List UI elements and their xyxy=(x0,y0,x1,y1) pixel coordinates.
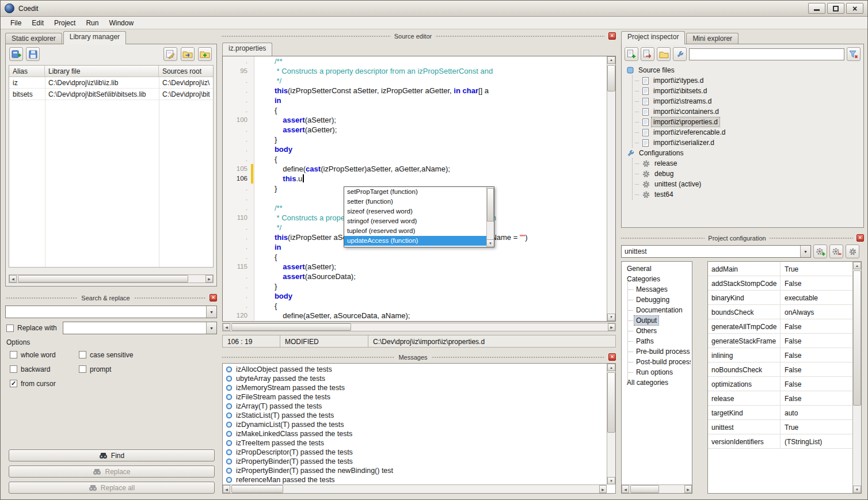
tree-item-debug[interactable]: debug xyxy=(633,169,861,179)
property-row-versionidentifiers[interactable]: versionIdentifiers(TStringList) xyxy=(708,434,852,449)
code-line[interactable]: . */ xyxy=(223,76,607,86)
menu-edit[interactable]: Edit xyxy=(26,17,49,29)
scroll-right-icon[interactable]: ▶ xyxy=(608,323,615,331)
save-library-list-button[interactable] xyxy=(26,47,40,61)
scroll-thumb[interactable] xyxy=(607,65,615,91)
tab-project-inspector[interactable]: Project inspector xyxy=(621,31,685,44)
property-row-release[interactable]: releaseFalse xyxy=(708,391,852,406)
find-button[interactable]: Find xyxy=(9,449,215,461)
completion-item[interactable]: setPropTarget (function) xyxy=(344,187,486,197)
menu-project[interactable]: Project xyxy=(49,17,81,29)
scroll-track[interactable] xyxy=(607,64,615,314)
tab-iz-properties[interactable]: iz.properties xyxy=(222,43,272,56)
message-item[interactable]: izStaticList(T) passed the tests xyxy=(224,411,606,420)
code-line[interactable]: . in xyxy=(223,96,607,105)
panel-drag-handle[interactable] xyxy=(431,356,605,358)
code-line[interactable]: . assert(aSourceData); xyxy=(223,272,607,281)
source-editor[interactable]: . /**95 * Constructs a property descript… xyxy=(222,56,616,322)
scroll-right-icon[interactable]: ▶ xyxy=(599,485,607,493)
close-config-panel-button[interactable]: × xyxy=(856,234,864,242)
category-run-options[interactable]: Run options xyxy=(623,367,691,377)
property-row-generatealltmpcode[interactable]: generateAllTmpCodeFalse xyxy=(708,319,852,334)
scroll-down-icon[interactable]: ▼ xyxy=(853,486,861,493)
tree-group-source-files[interactable]: Source files xyxy=(625,65,861,75)
scroll-down-icon[interactable]: ▼ xyxy=(487,239,494,247)
tree-item-import-iz-referencable-d[interactable]: import\iz\referencable.d xyxy=(633,127,861,138)
checkbox-box[interactable] xyxy=(79,365,86,373)
scroll-left-icon[interactable]: ◀ xyxy=(223,323,230,331)
scroll-thumb[interactable] xyxy=(630,485,659,493)
scroll-left-icon[interactable]: ◀ xyxy=(223,485,230,493)
column-header-library-file[interactable]: Library file xyxy=(45,66,159,77)
code-line[interactable]: . assert(aGetter); xyxy=(223,125,607,135)
tree-item-import-iz-containers-d[interactable]: import\iz\containers.d xyxy=(633,106,861,117)
property-value[interactable]: False xyxy=(780,377,852,391)
scroll-thumb[interactable] xyxy=(231,485,283,493)
tab-static-explorer[interactable]: Static explorer xyxy=(5,33,62,44)
property-value[interactable]: executable xyxy=(780,291,852,304)
code-line[interactable]: . { xyxy=(223,154,607,164)
category-messages[interactable]: Messages xyxy=(623,284,691,295)
tree-item-test64[interactable]: test64 xyxy=(633,189,861,200)
maximize-button[interactable] xyxy=(827,3,844,14)
editor-vscrollbar[interactable]: ▲ ▼ xyxy=(607,56,615,321)
scroll-thumb[interactable] xyxy=(607,372,615,433)
property-value[interactable]: False xyxy=(780,334,852,348)
tree-item-import-iz-serializer-d[interactable]: import\iz\serializer.d xyxy=(633,138,861,148)
menu-run[interactable]: Run xyxy=(81,17,104,29)
completion-item[interactable]: sizeof (reserved word) xyxy=(344,207,486,216)
property-row-binarykind[interactable]: binaryKindexecutable xyxy=(708,291,852,305)
title-bar[interactable]: Coedit × xyxy=(1,1,867,17)
code-line[interactable]: . } xyxy=(223,281,607,291)
tree-item-import-iz-properties-d[interactable]: import\iz\properties.d xyxy=(633,117,861,127)
checkbox-whole-word[interactable]: whole word xyxy=(10,350,79,359)
add-library-button[interactable] xyxy=(9,47,23,61)
category-all-categories[interactable]: All categories xyxy=(623,377,691,388)
code-line[interactable]: . /** xyxy=(223,56,607,66)
scroll-track[interactable] xyxy=(17,275,205,283)
close-search-panel-button[interactable]: × xyxy=(210,294,217,301)
table-row[interactable]: bitsetsC:\Dev\dproj\bitSet\lib\bitsets.l… xyxy=(9,89,213,100)
property-value[interactable]: True xyxy=(780,420,852,434)
category-general[interactable]: General xyxy=(623,264,691,274)
property-value[interactable]: onAlways xyxy=(780,305,852,319)
add-source-button[interactable] xyxy=(625,47,638,61)
code-line[interactable]: . body xyxy=(223,144,607,154)
property-row-targetkind[interactable]: targetKindauto xyxy=(708,406,852,420)
categories-hscrollbar[interactable]: ◀ ▶ xyxy=(622,484,692,493)
scroll-thumb[interactable] xyxy=(487,188,494,222)
code-line[interactable]: 105 define(cast(izPropSetter)aSetter, aG… xyxy=(223,164,607,174)
search-term-combo[interactable]: ▼ xyxy=(5,306,217,318)
checkbox-prompt[interactable]: prompt xyxy=(79,365,177,373)
property-value[interactable]: False xyxy=(780,362,852,376)
tree-item-import-iz-bitsets-d[interactable]: import\iz\bitsets.d xyxy=(633,86,861,96)
scroll-thumb[interactable] xyxy=(853,270,861,406)
code-line[interactable]: 115 assert(aSetter); xyxy=(223,262,607,272)
checkbox-box[interactable]: ✓ xyxy=(10,380,17,387)
clear-filter-button[interactable] xyxy=(847,47,861,61)
code-line[interactable]: 120 define(aSetter, aSourceData, aName); xyxy=(223,311,607,320)
checkbox-box[interactable] xyxy=(10,365,17,373)
category-output[interactable]: Output xyxy=(623,315,691,326)
scroll-down-icon[interactable]: ▼ xyxy=(607,477,615,484)
edit-library-button[interactable] xyxy=(163,47,177,61)
tree-item-release[interactable]: release xyxy=(633,158,861,169)
remove-configuration-button[interactable] xyxy=(829,245,843,258)
property-value[interactable]: auto xyxy=(780,406,852,419)
replace-button[interactable]: Replace xyxy=(9,465,215,478)
message-item[interactable]: izMakeLinkedClass passed the tests xyxy=(224,429,606,438)
table-row[interactable]: izC:\Dev\dproj\iz\lib\iz.libC:\Dev\dproj… xyxy=(9,77,213,89)
tree-item-import-iz-streams-d[interactable]: import\iz\streams.d xyxy=(633,96,861,106)
add-configuration-button[interactable] xyxy=(813,245,827,258)
library-table-hscrollbar[interactable]: ◀ ▶ xyxy=(9,274,214,283)
add-folder-button[interactable] xyxy=(657,47,671,61)
code-line[interactable]: 95 * Constructs a property descriptor fr… xyxy=(223,66,607,76)
open-library-folder-button[interactable] xyxy=(181,47,195,61)
category-pre-build-process[interactable]: Pre-build process xyxy=(623,346,691,357)
chevron-down-icon[interactable]: ▼ xyxy=(800,246,810,257)
property-row-unittest[interactable]: unittestTrue xyxy=(708,420,852,434)
tree-item-unittest-active[interactable]: unittest (active) xyxy=(633,179,861,189)
panel-drag-handle[interactable] xyxy=(770,237,853,239)
category-categories[interactable]: Categories xyxy=(623,274,691,284)
code-line[interactable]: 106 this.u xyxy=(223,174,607,184)
